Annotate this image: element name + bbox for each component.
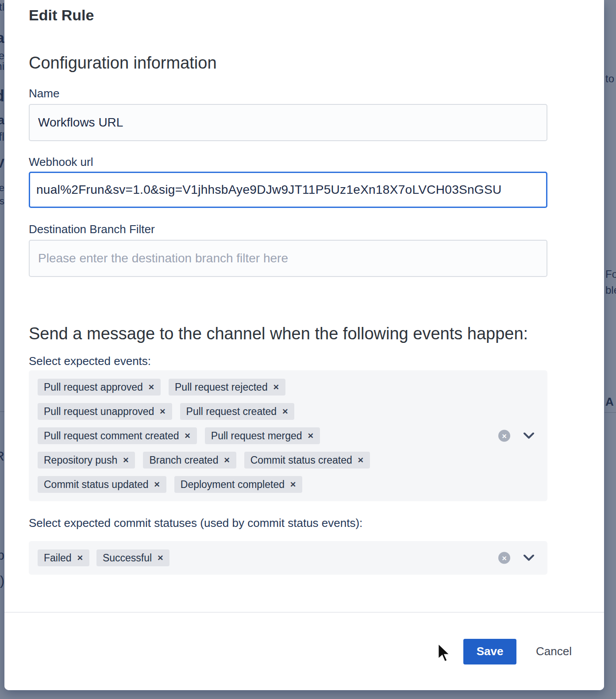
chevron-down-icon[interactable] [524,555,534,561]
remove-tag-icon[interactable]: ✕ [185,432,191,440]
remove-tag-icon[interactable]: ✕ [123,457,129,464]
mouse-cursor [437,642,454,666]
dialog-title: Edit Rule [29,6,551,24]
edit-rule-dialog: Edit Rule Configuration information Name… [4,0,604,690]
clear-all-icon[interactable]: ✕ [498,552,510,564]
remove-tag-icon[interactable]: ✕ [308,432,314,440]
remove-tag-icon[interactable]: ✕ [157,554,163,562]
remove-tag-icon[interactable]: ✕ [154,481,160,488]
cancel-button[interactable]: Cancel [536,645,572,658]
remove-tag-icon[interactable]: ✕ [273,384,279,391]
bg-text-fragment: to [604,73,616,93]
destination-branch-filter-input[interactable] [29,240,547,277]
event-tag: Pull request merged✕ [205,427,320,444]
event-tag: Commit status updated✕ [38,476,166,493]
remove-tag-icon[interactable]: ✕ [159,408,166,415]
bg-divider [0,411,4,412]
webhook-url-label: Webhook url [29,155,551,169]
dialog-footer: Save Cancel [4,612,604,690]
status-tag: Successful✕ [96,549,169,566]
event-tag: Pull request rejected✕ [169,379,285,396]
remove-tag-icon[interactable]: ✕ [223,457,230,464]
remove-tag-icon[interactable]: ✕ [148,384,154,391]
event-tag: Pull request approved✕ [38,379,161,396]
remove-tag-icon[interactable]: ✕ [358,457,364,464]
destination-branch-filter-label: Destination Branch Filter [29,223,551,236]
expected-events-label: Select expected events: [29,354,551,368]
chevron-down-icon[interactable] [524,433,534,439]
expected-commit-statuses-label: Select expected commit statuses (used by… [29,516,551,530]
config-section-heading: Configuration information [29,52,551,73]
bg-text-fragment: ble [604,284,616,304]
remove-tag-icon[interactable]: ✕ [282,408,288,415]
event-tag: Repository push✕ [38,452,135,469]
status-tag: Failed✕ [38,549,89,566]
remove-tag-icon[interactable]: ✕ [77,554,83,562]
event-tag: Branch created✕ [143,452,236,469]
webhook-url-input[interactable] [29,172,547,208]
clear-all-icon[interactable]: ✕ [498,430,510,442]
event-tag: Pull request created✕ [180,403,295,420]
event-tag: Commit status created✕ [244,452,370,469]
event-tag: Deployment completed✕ [174,476,302,493]
event-tag: Pull request unapproved✕ [38,403,172,420]
save-button[interactable]: Save [463,639,516,664]
commit-statuses-multiselect[interactable]: Failed✕ Successful✕ ✕ [29,541,547,575]
bg-divider [604,412,616,413]
events-section-heading: Send a message to the channel when the f… [29,319,531,348]
expected-events-multiselect[interactable]: Pull request approved✕ Pull request reje… [29,370,547,501]
name-label: Name [29,87,551,100]
event-tag: Pull request comment created✕ [38,427,197,444]
name-input[interactable] [29,104,547,141]
remove-tag-icon[interactable]: ✕ [290,481,296,488]
